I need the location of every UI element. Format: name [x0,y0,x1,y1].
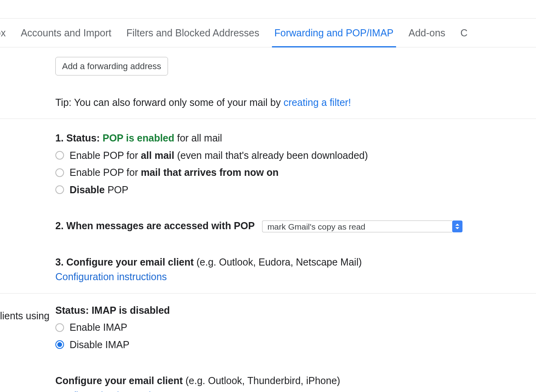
radio-icon[interactable] [55,168,64,177]
imap-option-enable-label: Enable IMAP [70,320,127,335]
label-text: Enable POP for [70,150,141,161]
imap-configure-client-line: Configure your email client (e.g. Outloo… [55,373,536,388]
imap-configure-client-examples: (e.g. Outlook, Thunderbird, iPhone) [183,375,340,386]
create-filter-link[interactable]: creating a filter! [283,97,351,108]
imap-option-enable[interactable]: Enable IMAP [55,320,536,335]
label-suffix: POP [105,184,128,195]
pop-status-enabled: POP is enabled [102,132,174,143]
imap-configure-client-label: Configure your email client [55,375,183,386]
label-bold: all mail [141,150,174,161]
pop-option-all-mail[interactable]: Enable POP for all mail (even mail that'… [55,148,536,163]
imap-status-line: Status: IMAP is disabled [55,303,536,318]
forwarding-tip: Tip: You can also forward only some of y… [55,95,536,110]
pop-configure-client-examples: (e.g. Outlook, Eudora, Netscape Mail) [194,256,362,268]
imap-configuration-instructions-link[interactable]: Configuration instructions [55,388,167,392]
settings-tabs-bar: ox Accounts and Import Filters and Block… [0,18,536,47]
pop-option-disable[interactable]: Disable POP [55,183,536,198]
radio-icon[interactable] [55,151,64,160]
pop-action-select-value[interactable]: mark Gmail's copy as read [262,220,452,232]
forwarding-tip-text: Tip: You can also forward only some of y… [55,97,283,108]
imap-option-disable-label: Disable IMAP [70,337,129,352]
label-suffix: (even mail that's already been downloade… [174,150,368,161]
pop-configure-client-label: 3. Configure your email client [55,256,194,268]
pop-option-from-now-on[interactable]: Enable POP for mail that arrives from no… [55,165,536,180]
pop-status-number: 1. Status: [55,132,102,143]
imap-left-label-fragment: lients using [0,310,49,321]
pop-status-line: 1. Status: POP is enabled for all mail [55,131,536,146]
pop-option-all-mail-label: Enable POP for all mail (even mail that'… [70,148,368,163]
radio-icon[interactable] [55,323,64,332]
tab-accounts-and-import[interactable]: Accounts and Import [21,19,111,47]
add-forwarding-address-button[interactable]: Add a forwarding address [55,57,168,75]
radio-icon[interactable] [55,185,64,194]
label-bold: Disable [70,184,105,195]
select-stepper-icon[interactable] [452,220,462,232]
tab-addons[interactable]: Add-ons [409,19,445,47]
tab-forwarding-pop-imap[interactable]: Forwarding and POP/IMAP [274,19,394,47]
imap-access-section: lients using Status: IMAP is disabled En… [0,294,536,392]
pop-configuration-instructions-link[interactable]: Configuration instructions [55,270,167,285]
label-bold: mail that arrives from now on [141,167,279,178]
pop-download-section: 1. Status: POP is enabled for all mail E… [0,131,536,294]
pop-status-suffix: for all mail [174,132,222,143]
forwarding-section: Add a forwarding address Tip: You can al… [0,57,536,119]
label-text: Enable POP for [70,167,141,178]
tab-inbox-partial[interactable]: ox [0,19,6,47]
tab-filters-and-blocked[interactable]: Filters and Blocked Addresses [126,19,259,47]
pop-option-from-now-on-label: Enable POP for mail that arrives from no… [70,165,279,180]
imap-status-label: Status: IMAP is disabled [55,305,170,316]
pop-option-disable-label: Disable POP [70,183,128,198]
pop-action-select[interactable]: mark Gmail's copy as read [262,220,462,232]
pop-when-accessed-row: 2. When messages are accessed with POP m… [55,219,536,234]
pop-when-accessed-label: 2. When messages are accessed with POP [55,220,255,231]
tab-chat-partial[interactable]: C [461,19,468,47]
imap-option-disable[interactable]: Disable IMAP [55,337,536,352]
pop-configure-client-line: 3. Configure your email client (e.g. Out… [55,255,536,270]
radio-icon[interactable] [55,340,64,349]
